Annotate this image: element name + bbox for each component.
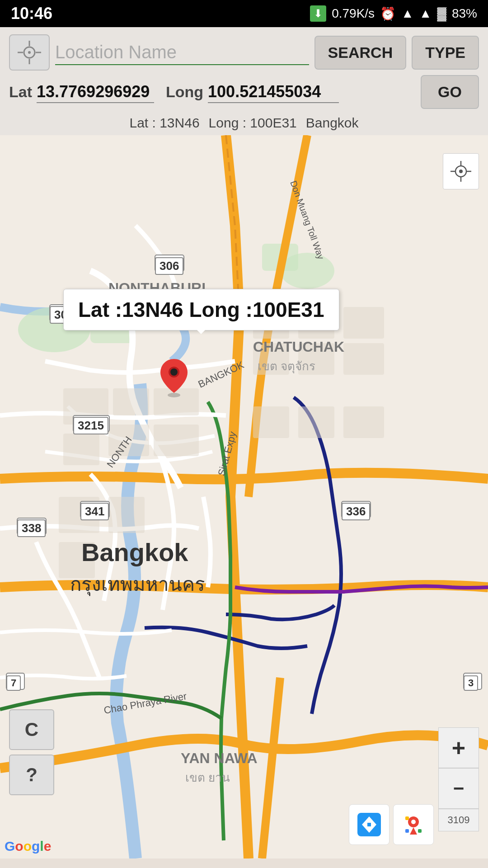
- svg-point-37: [168, 393, 180, 397]
- svg-rect-19: [59, 542, 95, 578]
- search-button[interactable]: SEARCH: [314, 36, 407, 70]
- svg-rect-12: [113, 388, 149, 415]
- svg-point-10: [280, 253, 334, 289]
- search-input[interactable]: [55, 40, 309, 64]
- google-maps-button[interactable]: [393, 804, 434, 845]
- svg-rect-54: [405, 816, 409, 820]
- go-button[interactable]: GO: [421, 75, 479, 109]
- lat-input[interactable]: [37, 81, 154, 103]
- bottom-left-buttons: C ?: [9, 709, 54, 795]
- google-logo: Google: [5, 839, 51, 854]
- wifi-icon: ▲: [401, 6, 414, 21]
- zoom-level: 3109: [438, 809, 479, 831]
- svg-point-51: [411, 820, 416, 824]
- svg-rect-34: [342, 501, 371, 518]
- zoom-controls: + − 3109: [438, 727, 479, 831]
- bottom-map-controls: [349, 804, 434, 845]
- status-time: 10:46: [11, 4, 52, 23]
- svg-rect-24: [298, 343, 334, 375]
- svg-rect-27: [298, 406, 334, 438]
- svg-point-39: [170, 368, 178, 376]
- info-long: Long : 100E31: [209, 115, 297, 131]
- map-area[interactable]: 306 302 3215 341 338 336 7 3 NONTHABURI …: [0, 135, 488, 859]
- locate-icon: [450, 160, 472, 183]
- svg-rect-52: [405, 829, 409, 833]
- svg-point-1: [28, 51, 31, 54]
- info-lat: Lat : 13N46: [129, 115, 199, 131]
- info-row: Lat : 13N46 Long : 100E31 Bangkok: [9, 113, 479, 131]
- svg-rect-33: [17, 518, 46, 534]
- svg-rect-35: [6, 673, 24, 689]
- map-tooltip: Lat :13N46 Long :100E31: [63, 289, 339, 330]
- my-location-button[interactable]: [9, 34, 50, 71]
- pin-icon: [158, 357, 190, 397]
- svg-rect-53: [418, 829, 422, 833]
- svg-rect-23: [253, 343, 289, 375]
- network-speed: 0.79K/s: [332, 6, 375, 21]
- svg-rect-18: [108, 497, 145, 533]
- search-row: SEARCH TYPE: [9, 34, 479, 71]
- crosshair-icon: [18, 41, 41, 64]
- help-button[interactable]: ?: [9, 755, 54, 795]
- svg-rect-15: [108, 425, 149, 456]
- lat-label: Lat: [9, 83, 32, 101]
- info-city: Bangkok: [306, 115, 359, 131]
- google-maps-icon: [402, 813, 425, 836]
- svg-rect-25: [343, 343, 384, 375]
- map-pin[interactable]: [158, 357, 190, 397]
- svg-rect-16: [154, 425, 199, 456]
- svg-point-41: [459, 170, 463, 173]
- svg-rect-22: [343, 307, 384, 339]
- battery-icon: ▓: [437, 6, 446, 21]
- directions-button[interactable]: [349, 804, 389, 845]
- svg-rect-14: [63, 434, 99, 465]
- zoom-in-button[interactable]: +: [438, 727, 479, 768]
- download-icon: ⬇: [310, 5, 326, 22]
- long-label: Long: [166, 83, 203, 101]
- svg-rect-32: [80, 501, 109, 518]
- svg-rect-36: [464, 673, 482, 689]
- search-panel: SEARCH TYPE Lat Long GO Lat : 13N46 Long…: [0, 27, 488, 135]
- svg-rect-28: [343, 406, 384, 438]
- svg-rect-31: [73, 415, 109, 432]
- type-button[interactable]: TYPE: [412, 36, 479, 70]
- map-svg: [0, 135, 488, 859]
- clear-button[interactable]: C: [9, 709, 54, 750]
- zoom-out-button[interactable]: −: [438, 768, 479, 809]
- svg-rect-29: [155, 255, 184, 271]
- svg-rect-26: [253, 406, 289, 438]
- coord-row: Lat Long GO: [9, 75, 479, 109]
- signal-icon: ▲: [419, 6, 432, 21]
- map-locate-button[interactable]: [443, 153, 479, 189]
- status-icons: ⬇ 0.79K/s ⏰ ▲ ▲ ▓ 83%: [310, 5, 477, 22]
- directions-icon: [357, 813, 381, 836]
- long-input[interactable]: [208, 81, 339, 103]
- search-input-wrap: [55, 40, 309, 65]
- battery-percent: 83%: [452, 6, 477, 21]
- alarm-icon: ⏰: [380, 6, 396, 21]
- status-bar: 10:46 ⬇ 0.79K/s ⏰ ▲ ▲ ▓ 83%: [0, 0, 488, 27]
- svg-rect-48: [367, 823, 371, 826]
